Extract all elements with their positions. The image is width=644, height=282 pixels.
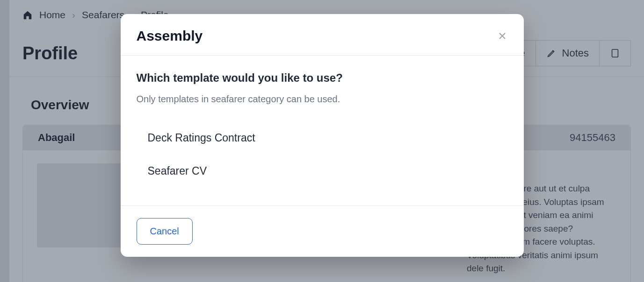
cancel-button[interactable]: Cancel (137, 218, 193, 245)
modal-overlay[interactable]: Assembly Which template would you like t… (0, 0, 644, 282)
assembly-modal: Assembly Which template would you like t… (121, 14, 524, 257)
modal-question: Which template would you like to use? (137, 71, 508, 85)
modal-footer: Cancel (121, 205, 524, 257)
modal-hint: Only templates in seafarer category can … (137, 94, 508, 105)
modal-header: Assembly (121, 14, 524, 56)
modal-title: Assembly (137, 28, 203, 44)
close-button[interactable] (497, 30, 508, 42)
close-icon (497, 30, 508, 42)
template-option-deck-ratings[interactable]: Deck Ratings Contract (137, 121, 508, 155)
template-option-seafarer-cv[interactable]: Seafarer CV (137, 155, 508, 188)
modal-body: Which template would you like to use? On… (121, 56, 524, 205)
